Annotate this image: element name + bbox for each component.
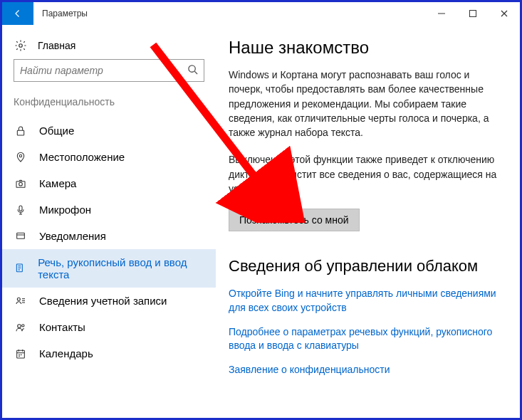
sidebar-item-label: Микрофон <box>39 204 91 216</box>
contacts-icon <box>14 322 28 333</box>
sidebar-item-location[interactable]: Местоположение <box>2 144 216 170</box>
search-box[interactable] <box>14 59 204 82</box>
sidebar-item-label: Сведения учетной записи <box>39 295 167 307</box>
sidebar-item-label: Контакты <box>39 321 85 333</box>
close-button[interactable] <box>489 2 520 25</box>
cloud-heading: Сведения об управлении облаком <box>229 257 500 275</box>
account-icon <box>14 295 28 307</box>
svg-rect-1 <box>470 11 476 17</box>
sidebar-item-label: Камера <box>39 177 76 189</box>
titlebar: Параметры <box>2 2 520 25</box>
speech-icon <box>14 263 26 274</box>
sidebar-item-microphone[interactable]: Микрофон <box>2 196 216 223</box>
page-heading: Наше знакомство <box>229 38 500 58</box>
sidebar-item-camera[interactable]: Камера <box>2 170 216 196</box>
svg-rect-22 <box>17 350 25 358</box>
search-icon <box>187 64 198 77</box>
svg-rect-10 <box>17 233 25 238</box>
minimize-icon <box>437 9 446 18</box>
sidebar-item-speech[interactable]: Речь, рукописный ввод и ввод текста <box>2 249 216 288</box>
link-speech-params[interactable]: Подробнее о параметрах речевых функций, … <box>229 325 500 353</box>
svg-point-16 <box>17 298 20 300</box>
sidebar: Главная Конфиденциальность Общие Местопо… <box>2 25 216 418</box>
location-icon <box>14 152 28 163</box>
svg-point-27 <box>21 355 21 355</box>
notifications-icon <box>14 231 28 242</box>
sidebar-item-label: Календарь <box>39 347 93 359</box>
sidebar-item-label: Местоположение <box>39 151 125 163</box>
svg-point-26 <box>19 355 20 355</box>
arrow-left-icon <box>14 9 22 18</box>
svg-point-2 <box>19 44 23 48</box>
intro-paragraph-1: Windows и Кортана могут распознавать ваш… <box>229 68 500 140</box>
lock-icon <box>14 125 28 137</box>
svg-point-3 <box>189 65 195 72</box>
sidebar-item-contacts[interactable]: Контакты <box>2 314 216 340</box>
home-nav[interactable]: Главная <box>2 35 216 59</box>
minimize-button[interactable] <box>426 2 457 25</box>
content-pane: Наше знакомство Windows и Кортана могут … <box>216 25 520 418</box>
home-label: Главная <box>38 40 75 51</box>
sidebar-item-label: Уведомления <box>39 230 106 242</box>
close-icon <box>500 9 508 18</box>
maximize-icon <box>469 9 477 18</box>
svg-line-4 <box>194 71 197 74</box>
gear-icon <box>14 39 28 52</box>
window-title: Параметры <box>33 2 88 25</box>
link-privacy-statement[interactable]: Заявление о конфиденциальности <box>229 363 500 377</box>
sidebar-item-calendar[interactable]: Календарь <box>2 340 216 367</box>
sidebar-item-label: Общие <box>39 125 74 137</box>
sidebar-item-account-info[interactable]: Сведения учетной записи <box>2 288 216 314</box>
svg-rect-9 <box>19 206 22 211</box>
svg-rect-5 <box>17 130 24 135</box>
search-input[interactable] <box>20 65 187 76</box>
microphone-icon <box>14 204 28 216</box>
section-header: Конфиденциальность <box>2 93 216 117</box>
get-to-know-me-button[interactable]: Познакомьтесь со мной <box>229 209 360 231</box>
sidebar-item-notifications[interactable]: Уведомления <box>2 223 216 249</box>
svg-point-8 <box>19 182 23 186</box>
sidebar-item-general[interactable]: Общие <box>2 117 216 144</box>
sidebar-item-label: Речь, рукописный ввод и ввод текста <box>38 256 204 280</box>
calendar-icon <box>14 348 28 359</box>
svg-point-6 <box>19 154 21 157</box>
settings-window: Параметры Главная <box>0 0 522 420</box>
svg-point-20 <box>18 324 21 327</box>
svg-point-28 <box>19 356 20 357</box>
back-button[interactable] <box>2 2 33 25</box>
intro-paragraph-2: Выключение этой функции также приведет к… <box>229 152 500 196</box>
link-bing[interactable]: Откройте Bing и начните управлять личным… <box>229 287 500 315</box>
camera-icon <box>14 178 28 189</box>
svg-point-21 <box>22 324 24 326</box>
maximize-button[interactable] <box>457 2 489 25</box>
